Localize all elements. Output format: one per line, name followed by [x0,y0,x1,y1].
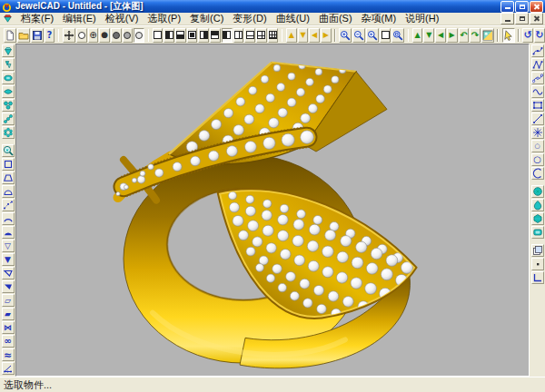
hidden-line-mode[interactable]: ⊕ [88,28,99,43]
viewport-right[interactable] [198,28,209,43]
menu-copy[interactable]: 复制(C) [185,13,228,24]
rotate-view-right[interactable]: ▶ [321,28,332,43]
gem-cut-fancy-tool[interactable] [531,212,544,225]
shaded-gray-mode[interactable] [123,28,134,43]
pan-up[interactable]: ▲ [412,28,423,43]
wedge-open-tool[interactable] [2,267,15,279]
new-file[interactable] [4,28,16,43]
gem-marquise-tool[interactable] [2,85,15,98]
rendered-mode[interactable] [134,28,144,43]
menu-help[interactable]: 说明(H) [401,13,443,24]
zoom-all[interactable] [391,28,404,43]
wireframe-mode[interactable] [76,28,87,43]
edit-point-curve-tool[interactable] [531,72,544,84]
viewport-bottom[interactable] [175,28,186,43]
wedge-solid-tool[interactable] [2,280,15,293]
mdi-close-button[interactable] [530,13,543,24]
rotate-view-down[interactable]: ▼ [298,28,309,43]
viewport-3d[interactable] [15,44,530,377]
redo[interactable]: ↻ [534,28,545,43]
gem-group-tool[interactable] [2,99,15,112]
paste-window-tool[interactable] [531,244,544,257]
rectangle-curve-tool[interactable] [531,99,544,112]
parallelogram-open-tool[interactable]: ▱ [2,294,15,307]
pan-down[interactable]: ▼ [423,28,434,43]
render-image[interactable] [481,28,494,43]
profile-points-tool[interactable] [2,199,15,211]
point-tool[interactable] [531,258,544,270]
menu-pick[interactable]: 选取(P) [143,13,185,24]
select-pointer[interactable] [502,28,515,43]
parallelogram-solid-tool[interactable]: ▰ [2,308,15,320]
menu-view[interactable]: 检视(V) [101,13,144,24]
gem-cluster-tool[interactable] [2,126,15,139]
profile-square-tool[interactable] [2,158,15,171]
spline-curve-tool[interactable] [531,44,544,57]
menu-curve[interactable]: 曲线(U) [272,13,314,24]
minimize-button[interactable] [500,1,514,13]
close-button[interactable] [530,1,543,13]
context-help[interactable]: ? [45,28,55,43]
gem-string-tool[interactable] [2,113,15,125]
move-view[interactable] [63,28,75,43]
gem-cut-pear-tool[interactable] [531,199,544,211]
viewport-split-horizontal[interactable] [244,28,255,43]
pan-left[interactable]: ◀ [435,28,446,43]
viewport-nine[interactable] [268,28,279,43]
menu-misc[interactable]: 杂项(M) [357,13,401,24]
menu-deform[interactable]: 变形(D) [228,13,271,24]
ring-rail-tool[interactable]: ∞ [2,335,15,348]
shaded-dark-mode[interactable] [111,28,122,43]
rotate-view-up[interactable]: ▲ [286,28,297,43]
line-curve-tool[interactable] [531,113,544,125]
zoom-in[interactable] [339,28,352,43]
freeform-curve-tool[interactable] [531,85,544,98]
viewport-left[interactable] [164,28,174,43]
menu-edit[interactable]: 编辑(E) [58,13,101,24]
gem-magnify-tool[interactable] [2,144,15,157]
pan-right[interactable]: ▶ [447,28,458,43]
title-bar[interactable]: JewelCAD - Untitled - [立体图] [0,0,545,13]
viewport-quad[interactable] [256,28,267,43]
mdi-minimize-button[interactable] [500,13,514,24]
star-curve-tool[interactable] [531,126,544,139]
viewport-single[interactable] [153,28,164,43]
zoom-out[interactable] [352,28,365,43]
circle-curve-tool[interactable]: ○ [531,153,544,166]
spin-cw[interactable]: ↷ [470,28,481,43]
viewport-main[interactable] [222,28,233,43]
zoom-window[interactable] [380,28,391,43]
menu-file[interactable]: 档案(F) [16,13,58,24]
spin-ccw[interactable]: ↶ [459,28,470,43]
bowtie-profile-tool[interactable]: ⋈ [2,321,15,334]
triangle-open-tool[interactable]: ▽ [2,240,15,252]
profile-dome-tool[interactable] [2,185,15,198]
gem-scatter-tool[interactable] [2,44,15,57]
menu-surface[interactable]: 曲面(S) [314,13,357,24]
arc-curve-tool[interactable] [531,167,544,180]
angle-profile-tool[interactable] [2,362,15,375]
viewport-top[interactable] [210,28,221,43]
corner-tool[interactable] [531,271,544,284]
profile-trapezoid-tool[interactable] [2,172,15,184]
small-circle-tool[interactable]: ○ [531,140,544,152]
open-file[interactable] [17,28,30,43]
save-file[interactable] [31,28,44,43]
control-point-curve-tool[interactable] [531,58,544,71]
gem-oval-tool[interactable] [2,72,15,84]
gem-pair-tool[interactable] [2,58,15,71]
arc-open-tool[interactable] [2,212,15,225]
arc-solid-tool[interactable] [2,226,15,239]
viewport-split-vertical[interactable] [233,28,244,43]
gem-cut-flat-tool[interactable] [531,226,544,239]
mdi-restore-button[interactable] [515,13,529,24]
triangle-solid-tool[interactable]: ▼ [2,253,15,266]
zoom-previous[interactable] [366,28,379,43]
wave-profile-tool[interactable]: ≈ [2,348,15,361]
gem-cut-round-tool[interactable] [531,185,544,198]
viewport-full[interactable] [187,28,198,43]
undo[interactable]: ↺ [522,28,533,43]
rotate-view-left[interactable]: ◀ [309,28,320,43]
shaded-black-mode[interactable]: ● [99,28,110,43]
restore-button[interactable] [515,1,529,13]
